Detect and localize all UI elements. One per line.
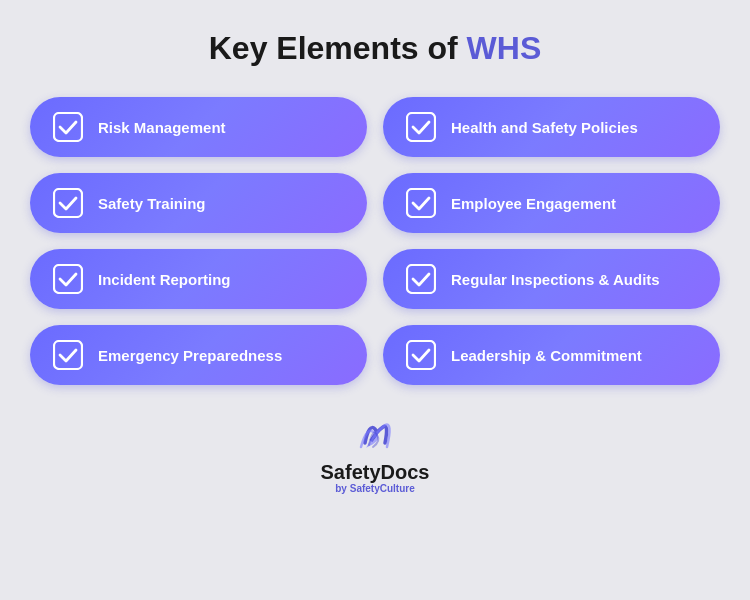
footer-logo: SafetyDocs by SafetyCulture bbox=[321, 413, 430, 494]
logo-name: SafetyDocs bbox=[321, 461, 430, 483]
check-icon-incident-reporting bbox=[52, 263, 84, 295]
check-icon-safety-training bbox=[52, 187, 84, 219]
card-risk-management: Risk Management bbox=[30, 97, 367, 157]
card-regular-inspections: Regular Inspections & Audits bbox=[383, 249, 720, 309]
card-label-emergency-preparedness: Emergency Preparedness bbox=[98, 347, 282, 364]
card-incident-reporting: Incident Reporting bbox=[30, 249, 367, 309]
svg-rect-7 bbox=[407, 341, 435, 369]
card-label-safety-training: Safety Training bbox=[98, 195, 206, 212]
check-icon-emergency-preparedness bbox=[52, 339, 84, 371]
title-section: Key Elements of WHS bbox=[209, 30, 542, 67]
svg-rect-1 bbox=[407, 113, 435, 141]
elements-grid: Risk Management Health and Safety Polici… bbox=[30, 97, 720, 385]
card-label-risk-management: Risk Management bbox=[98, 119, 226, 136]
safetydocs-logo-icon bbox=[351, 413, 399, 457]
check-icon-health-safety-policies bbox=[405, 111, 437, 143]
card-safety-training: Safety Training bbox=[30, 173, 367, 233]
svg-rect-5 bbox=[407, 265, 435, 293]
check-icon-employee-engagement bbox=[405, 187, 437, 219]
page-container: Key Elements of WHS Risk Management Heal… bbox=[0, 0, 750, 600]
card-label-regular-inspections: Regular Inspections & Audits bbox=[451, 271, 660, 288]
check-icon-risk-management bbox=[52, 111, 84, 143]
title-highlight: WHS bbox=[467, 30, 542, 66]
svg-rect-3 bbox=[407, 189, 435, 217]
page-title: Key Elements of WHS bbox=[209, 30, 542, 67]
card-label-incident-reporting: Incident Reporting bbox=[98, 271, 231, 288]
svg-rect-0 bbox=[54, 113, 82, 141]
card-leadership-commitment: Leadership & Commitment bbox=[383, 325, 720, 385]
card-label-leadership-commitment: Leadership & Commitment bbox=[451, 347, 642, 364]
title-prefix: Key Elements of bbox=[209, 30, 467, 66]
logo-sub-brand: SafetyCulture bbox=[350, 483, 415, 494]
check-icon-regular-inspections bbox=[405, 263, 437, 295]
svg-rect-2 bbox=[54, 189, 82, 217]
card-label-employee-engagement: Employee Engagement bbox=[451, 195, 616, 212]
svg-rect-4 bbox=[54, 265, 82, 293]
check-icon-leadership-commitment bbox=[405, 339, 437, 371]
card-emergency-preparedness: Emergency Preparedness bbox=[30, 325, 367, 385]
card-employee-engagement: Employee Engagement bbox=[383, 173, 720, 233]
card-label-health-safety-policies: Health and Safety Policies bbox=[451, 119, 638, 136]
card-health-safety-policies: Health and Safety Policies bbox=[383, 97, 720, 157]
svg-rect-6 bbox=[54, 341, 82, 369]
logo-sub: by SafetyCulture bbox=[335, 483, 414, 494]
logo-sub-prefix: by bbox=[335, 483, 349, 494]
